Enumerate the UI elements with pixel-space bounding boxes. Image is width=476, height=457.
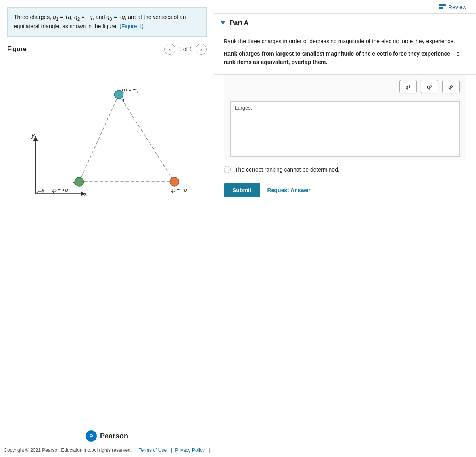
review-bar: Review	[214, 0, 476, 14]
pearson-footer: P Pearson	[0, 425, 214, 445]
svg-line-2	[79, 94, 119, 182]
problem-statement: Three charges, q1 = +q, q2 = −q, and q3 …	[7, 7, 207, 37]
figure-svg: y x θ 1 3 2 q₁ = +q	[7, 59, 207, 226]
figure-nav: ‹ 1 of 1 ›	[164, 44, 207, 55]
terms-link[interactable]: Terms of Use	[138, 447, 167, 453]
next-figure-button[interactable]: ›	[196, 44, 207, 55]
copyright-text: Copyright © 2021 Pearson Education Inc. …	[4, 447, 132, 453]
submit-button[interactable]: Submit	[224, 183, 260, 197]
problem-text: Three charges, q1 = +q, q2 = −q, and q3 …	[14, 14, 186, 29]
ranking-drop-zone[interactable]: Largest	[230, 101, 460, 157]
q3-circle	[75, 177, 84, 186]
q2-label-text: q₂ = −q	[171, 187, 188, 193]
svg-line-3	[119, 94, 175, 182]
q1-label-text: q₁ = +q	[122, 87, 139, 93]
q3-chip[interactable]: q3	[442, 80, 460, 93]
q2-circle	[170, 177, 179, 186]
right-panel: Review ▼ Part A Rank the three charges i…	[214, 0, 476, 457]
x-axis-label: x	[84, 191, 88, 197]
privacy-link[interactable]: Privacy Policy	[175, 447, 205, 453]
figure-header: Figure ‹ 1 of 1 ›	[7, 44, 207, 55]
part-label: Part A	[230, 19, 249, 27]
prev-figure-button[interactable]: ‹	[164, 44, 175, 55]
theta-label: θ	[42, 188, 45, 193]
part-header: ▼ Part A	[214, 14, 476, 31]
ranking-chips: q1 q2 q3	[224, 75, 466, 98]
drop-zone-label: Largest	[235, 105, 252, 111]
pearson-label: Pearson	[100, 432, 128, 440]
cannot-determine-checkbox[interactable]	[224, 166, 231, 173]
left-panel: Three charges, q1 = +q, q2 = −q, and q3 …	[0, 0, 214, 457]
figure-canvas: y x θ 1 3 2 q₁ = +q	[7, 59, 207, 425]
review-button[interactable]: Review	[439, 4, 466, 10]
q3-label-text: q₃ = +q	[52, 187, 69, 193]
q1-chip[interactable]: q1	[399, 80, 417, 93]
figure-area: Figure ‹ 1 of 1 ›	[0, 37, 214, 425]
part-toggle[interactable]: ▼	[220, 19, 226, 27]
question-description: Rank the three charges in order of decre…	[224, 37, 466, 46]
checkbox-row: The correct ranking cannot be determined…	[214, 160, 476, 179]
figure-title: Figure	[7, 46, 27, 53]
vertex1-label: 1	[122, 98, 125, 104]
review-label: Review	[448, 4, 466, 10]
pearson-letter: P	[89, 433, 93, 440]
action-bar: Submit Request Answer	[214, 179, 476, 201]
question-section: Rank the three charges in order of decre…	[214, 31, 476, 75]
cannot-determine-label: The correct ranking cannot be determined…	[235, 166, 340, 173]
question-instruction: Rank charges from largest to smallest ma…	[224, 50, 466, 66]
copyright-bar: Copyright © 2021 Pearson Education Inc. …	[0, 445, 214, 457]
ranking-area: q1 q2 q3 Largest	[224, 75, 466, 160]
review-icon	[439, 4, 446, 10]
page-indicator: 1 of 1	[178, 46, 192, 52]
request-answer-button[interactable]: Request Answer	[260, 183, 317, 197]
q1-circle	[115, 90, 123, 99]
q2-chip[interactable]: q2	[421, 80, 438, 93]
figure-link[interactable]: (Figure 1)	[119, 23, 144, 29]
y-axis-label: y	[31, 132, 35, 139]
pearson-logo: P	[86, 430, 97, 442]
